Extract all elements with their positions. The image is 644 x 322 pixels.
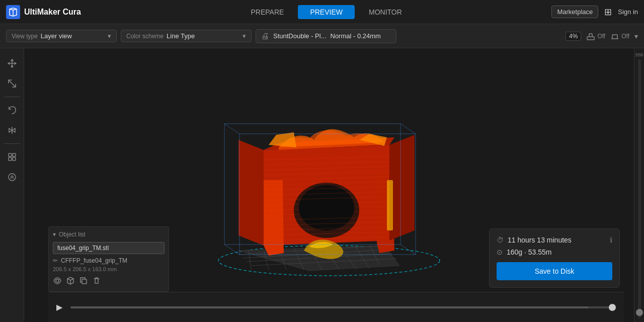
print-material: 160g · 53.55m — [507, 248, 612, 256]
mirror-icon — [7, 125, 17, 135]
duplicate-icon — [79, 276, 88, 285]
timeline-track[interactable] — [70, 306, 616, 308]
view-type-select[interactable]: View type Layer view ▾ — [6, 30, 117, 42]
object-list-header[interactable]: ▾ Object list — [53, 231, 165, 238]
weight-icon: ⊙ — [497, 248, 503, 256]
print-info-panel: ⏱ 11 hours 13 minutes ℹ ⊙ 160g · 53.55m … — [489, 228, 620, 288]
info-detail-icon[interactable]: ℹ — [610, 236, 612, 244]
svg-point-50 — [56, 279, 59, 282]
layer-scroll-thumb[interactable] — [636, 309, 643, 316]
printer-name: StuntDouble - Pl... — [273, 32, 327, 40]
play-button[interactable]: ▶ — [56, 302, 62, 312]
support-off-button[interactable]: Off — [586, 32, 605, 41]
top-nav: UltiMaker Cura PREPARE PREVIEW MONITOR M… — [0, 0, 644, 24]
sidebar-divider-1 — [5, 97, 20, 97]
toolbar-right-icons: 4% Off Off ▾ — [566, 32, 638, 41]
printer-profile: Normal - 0.24mm — [331, 32, 381, 40]
mirror-button[interactable] — [3, 121, 21, 139]
tab-prepare[interactable]: PREPARE — [239, 5, 296, 19]
collapse-icon: ▾ — [53, 231, 56, 238]
color-scheme-select[interactable]: Color scheme Line Type ▾ — [121, 30, 252, 42]
object-dimensions: 206.5 x 206.5 x 163.0 mm — [53, 266, 165, 272]
object-list-panel: ▾ Object list ✏ CFFFP_fuse04_grip_TM 206… — [48, 226, 169, 292]
toolbar-expand-chevron[interactable]: ▾ — [634, 32, 638, 40]
logo-area: UltiMaker Cura — [6, 5, 81, 19]
adhesion-off-button[interactable]: Off — [610, 32, 629, 41]
object-edit-row: ✏ CFFFP_fuse04_grip_TM — [53, 257, 165, 264]
undo-icon — [7, 105, 17, 115]
delete-button[interactable] — [92, 276, 101, 287]
svg-rect-3 — [13, 153, 16, 156]
time-icon: ⏱ — [497, 236, 504, 244]
right-panel: 558 — [634, 48, 644, 322]
svg-rect-1 — [587, 37, 594, 40]
toolbar: View type Layer view ▾ Color scheme Line… — [0, 24, 644, 48]
move-icon — [7, 58, 17, 68]
eye-icon — [53, 276, 62, 285]
sign-in-button[interactable]: Sign in — [618, 8, 638, 16]
apps-grid-icon[interactable]: ⊞ — [604, 7, 612, 18]
view-type-label: View type — [12, 33, 38, 40]
print-time-row: ⏱ 11 hours 13 minutes ℹ — [497, 236, 612, 244]
cube-icon — [66, 276, 75, 285]
infill-percent: 4% — [566, 32, 581, 41]
timeline-progress — [70, 306, 589, 308]
sidebar-divider-2 — [5, 143, 20, 144]
color-scheme-value: Line Type — [167, 32, 195, 40]
svg-rect-2 — [9, 153, 12, 156]
viewport[interactable]: ▾ Object list ✏ CFFFP_fuse04_grip_TM 206… — [24, 48, 634, 322]
object-name-input[interactable] — [53, 242, 165, 254]
color-scheme-chevron-icon: ▾ — [243, 32, 246, 40]
object-list-title: Object list — [59, 231, 86, 238]
view-type-chevron-icon: ▾ — [108, 32, 111, 40]
object-icons-row — [53, 276, 165, 287]
printer-selector[interactable]: 🖨 StuntDouble - Pl... Normal - 0.24mm — [256, 29, 396, 43]
svg-rect-23 — [387, 180, 393, 230]
arrange-button[interactable] — [3, 148, 21, 166]
nav-right: Marketplace ⊞ Sign in — [551, 6, 638, 18]
tab-preview[interactable]: PREVIEW — [298, 5, 355, 19]
scale-tool-button[interactable] — [3, 74, 21, 93]
color-scheme-label: Color scheme — [126, 33, 164, 40]
trash-icon — [92, 276, 101, 285]
save-to-disk-button[interactable]: Save to Disk — [497, 262, 612, 280]
printer-icon: 🖨 — [261, 32, 269, 41]
svg-line-26 — [400, 124, 416, 134]
arrange-icon — [7, 152, 17, 162]
svg-rect-51 — [82, 279, 87, 284]
marketplace-button[interactable]: Marketplace — [551, 6, 598, 18]
layer-number: 558 — [635, 52, 643, 57]
print-material-row: ⊙ 160g · 53.55m — [497, 248, 612, 256]
layer-scroll-track[interactable] — [638, 59, 641, 318]
main-content: ▾ Object list ✏ CFFFP_fuse04_grip_TM 206… — [0, 48, 644, 322]
support-button[interactable] — [3, 168, 21, 186]
tab-monitor[interactable]: MONITOR — [357, 5, 414, 19]
svg-rect-5 — [13, 157, 16, 160]
timeline-bar: ▶ — [48, 292, 624, 322]
left-sidebar — [0, 48, 24, 322]
support-icon — [586, 32, 595, 41]
svg-rect-4 — [9, 157, 12, 160]
duplicate-button[interactable] — [79, 276, 88, 287]
svg-line-25 — [224, 124, 239, 134]
visibility-toggle-button[interactable] — [53, 276, 62, 287]
adhesion-label: Off — [621, 33, 629, 40]
timeline-thumb[interactable] — [609, 304, 616, 311]
print-time: 11 hours 13 minutes — [508, 236, 606, 244]
edit-icon: ✏ — [53, 257, 58, 264]
nav-tabs: PREPARE PREVIEW MONITOR — [101, 5, 552, 19]
object-edit-name: CFFFP_fuse04_grip_TM — [61, 257, 127, 264]
3d-model-svg — [198, 79, 460, 291]
move-tool-button[interactable] — [3, 54, 21, 72]
logo-text: UltiMaker Cura — [24, 8, 81, 17]
scale-icon — [7, 78, 17, 89]
logo-icon — [6, 5, 20, 19]
adhesion-icon — [610, 32, 619, 41]
view-type-value: Layer view — [41, 32, 72, 40]
object-settings-button[interactable] — [66, 276, 75, 287]
support-label: Off — [597, 33, 605, 40]
undo-button[interactable] — [3, 101, 21, 119]
support-sidebar-icon — [7, 172, 17, 182]
